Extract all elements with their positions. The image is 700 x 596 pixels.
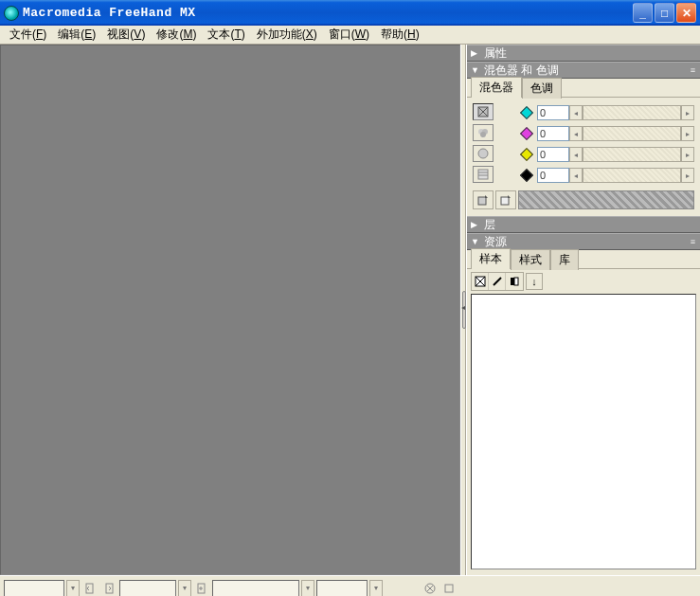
svg-rect-26 (445, 585, 453, 592)
page-dropdown-button[interactable]: ▾ (178, 580, 191, 597)
drawing-mode-dropdown-button[interactable]: ▾ (369, 580, 383, 597)
expand-icon: ▶ (471, 48, 480, 58)
mode-hls-button[interactable] (473, 145, 494, 162)
app-icon (4, 6, 19, 21)
yellow-slider[interactable] (583, 147, 681, 162)
assets-tabs: 样本 样式 库 (467, 252, 700, 269)
swatch-stroke-button[interactable] (489, 273, 506, 290)
menu-window[interactable]: 窗口(W) (323, 25, 375, 45)
svg-line-15 (494, 278, 501, 285)
magenta-slider[interactable] (583, 126, 681, 141)
mixer-mode-column (473, 103, 495, 183)
slider-row-k: ◂ ▸ (522, 166, 694, 185)
svg-rect-10 (478, 197, 486, 205)
collapse-icon: ▼ (471, 237, 480, 246)
statusbar: ▾ ▾ ▾ ▾ (0, 575, 461, 596)
yellow-inc-button[interactable]: ▸ (681, 147, 694, 162)
menu-file[interactable]: 文件(F) (4, 25, 52, 45)
black-dec-button[interactable]: ◂ (569, 168, 583, 183)
svg-point-5 (480, 132, 486, 137)
page-field[interactable] (119, 580, 176, 597)
maximize-button[interactable]: □ (655, 3, 674, 23)
units-dropdown-button[interactable]: ▾ (301, 580, 314, 597)
svg-rect-11 (501, 197, 509, 205)
panel-options-icon[interactable]: ≡ (691, 65, 696, 75)
menu-help[interactable]: 帮助(H) (375, 25, 425, 45)
menu-view[interactable]: 视图(V) (101, 25, 151, 45)
document-canvas[interactable] (0, 45, 460, 575)
none-icon (475, 276, 486, 287)
units-field[interactable] (212, 580, 299, 597)
window-buttons: _ □ ✕ (633, 3, 700, 23)
menu-edit[interactable]: 编辑(E) (52, 25, 101, 45)
info-icon (443, 583, 455, 594)
tab-library[interactable]: 库 (550, 249, 579, 270)
rgb-circles-icon (477, 127, 489, 138)
slider-row-c: ◂ ▸ (522, 103, 694, 122)
page-prev-button[interactable] (81, 580, 99, 597)
assets-body: ↓ (467, 269, 700, 575)
minimize-button[interactable]: _ (633, 3, 653, 23)
panel-header-layers[interactable]: ▶ 层 (467, 216, 700, 233)
tab-mixer[interactable]: 混色器 (471, 77, 522, 98)
black-value-input[interactable] (537, 168, 569, 183)
add-page-button[interactable] (193, 580, 210, 597)
swatch-fill-none-button[interactable] (472, 273, 489, 290)
black-slider[interactable] (583, 168, 681, 183)
cancel-render-button[interactable] (422, 580, 439, 597)
system-picker-icon (477, 169, 489, 180)
add-swatch-icon (477, 194, 489, 206)
panel-title-mixer: 混色器 和 色调 (484, 63, 559, 79)
menu-modify[interactable]: 修改(M) (151, 25, 202, 45)
mode-sys-button[interactable] (473, 166, 494, 183)
swatches-list[interactable] (471, 294, 696, 569)
yellow-dec-button[interactable]: ◂ (569, 147, 583, 162)
hls-wheel-icon (477, 148, 489, 159)
menu-text[interactable]: 文本(T) (202, 25, 250, 45)
chevron-down-icon: ↓ (531, 276, 537, 287)
mode-cmyk-button[interactable] (473, 103, 494, 120)
swatch-both-button[interactable] (506, 273, 523, 290)
black-swatch-icon (520, 169, 533, 182)
cyan-dec-button[interactable]: ◂ (569, 105, 583, 120)
zoom-field[interactable] (4, 580, 64, 597)
yellow-swatch-icon (520, 148, 533, 161)
page-next-button[interactable] (100, 580, 117, 597)
window-title: Macromedia FreeHand MX (23, 6, 633, 20)
close-button[interactable]: ✕ (676, 3, 696, 23)
magenta-inc-button[interactable]: ▸ (681, 126, 694, 141)
titlebar: Macromedia FreeHand MX _ □ ✕ (0, 0, 700, 26)
info-button[interactable] (440, 580, 458, 597)
add-to-styles-button[interactable] (495, 190, 516, 209)
yellow-value-input[interactable] (537, 147, 569, 162)
mixer-body: ◂ ▸ ◂ ▸ ◂ (467, 98, 700, 213)
magenta-value-input[interactable] (537, 126, 569, 141)
panel-title-properties: 属性 (484, 45, 507, 62)
splitter-handle-icon[interactable] (462, 291, 466, 329)
tab-styles[interactable]: 样式 (511, 249, 550, 270)
add-page-icon (196, 583, 207, 594)
cyan-slider[interactable] (583, 105, 681, 120)
add-to-swatches-button[interactable] (473, 190, 494, 209)
swatch-options-dropdown[interactable]: ↓ (526, 273, 543, 290)
menubar: 文件(F) 编辑(E) 视图(V) 修改(M) 文本(T) 外加功能(X) 窗口… (0, 26, 700, 45)
black-inc-button[interactable]: ▸ (681, 168, 694, 183)
menu-xtras[interactable]: 外加功能(X) (251, 25, 323, 45)
magenta-dec-button[interactable]: ◂ (569, 126, 583, 141)
cyan-inc-button[interactable]: ▸ (681, 105, 694, 120)
cyan-value-input[interactable] (537, 105, 569, 120)
panel-options-icon[interactable]: ≡ (691, 237, 696, 246)
mixer-tabs: 混色器 色调 (467, 81, 700, 98)
panel-splitter[interactable] (460, 45, 466, 575)
svg-rect-19 (106, 584, 113, 593)
tab-tints[interactable]: 色调 (522, 78, 562, 99)
current-color-well[interactable] (518, 190, 694, 209)
stroke-icon (492, 276, 503, 287)
slider-row-y: ◂ ▸ (522, 145, 694, 164)
magenta-swatch-icon (520, 127, 533, 140)
tab-swatches[interactable]: 样本 (471, 248, 511, 269)
panel-header-properties[interactable]: ▶ 属性 (467, 45, 700, 62)
drawing-mode-field[interactable] (316, 580, 368, 597)
mode-rgb-button[interactable] (473, 124, 494, 141)
zoom-dropdown-button[interactable]: ▾ (66, 580, 80, 597)
